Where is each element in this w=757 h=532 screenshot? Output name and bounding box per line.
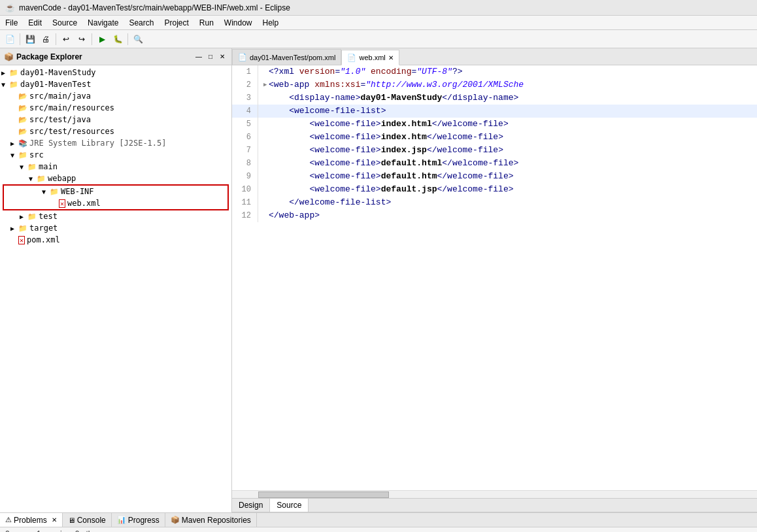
tree-item-src-test-java[interactable]: 📂src/test/java [0,114,231,125]
tree-node-label: src [29,150,44,159]
menu-item-run[interactable]: Run [194,17,219,29]
tree-node-label: src/main/java [29,91,91,101]
panel-close-btn[interactable]: ✕ [217,52,227,62]
problems-tab-icon: 📦 [171,516,180,524]
toolbar-btn-new[interactable]: 📄 [3,32,17,46]
tree-item-src[interactable]: ▼📁src [0,149,231,161]
tree-node-icon: 📁 [9,69,18,77]
title-bar: ☕ mavenCode - day01-MavenTest/src/main/w… [0,0,757,16]
line-content: <welcome-file>default.htm</welcome-file> [269,170,757,183]
tree-item-day01-MavenTest[interactable]: ▼📁day01-MavenTest [0,78,231,90]
line-content: </welcome-file-list> [269,196,757,209]
tree-item-day01-MavenStudy[interactable]: ▶📁day01-MavenStudy [0,67,231,78]
package-explorer-title: 📦 Package Explorer [4,52,82,61]
editor-tabs: 📄day01-MavenTest/pom.xml📄web.xml✕ [232,48,757,65]
app-icon: ☕ [5,3,15,12]
panel-minimize-btn[interactable]: — [193,52,204,62]
tree-item-web.xml[interactable]: ✕web.xml [4,197,227,209]
problems-tabs: ⚠Problems ✕🖥Console📊Progress📦Maven Repos… [0,513,757,527]
menu-item-edit[interactable]: Edit [23,17,47,29]
tab-file-icon: 📄 [238,53,247,61]
tree-node-label: JRE System Library [J2SE-1.5] [29,139,167,148]
menu-item-file[interactable]: File [0,17,23,29]
status-bar: 0 errors, 1 warning, 0 others [0,527,757,532]
toolbar-btn-debug[interactable]: 🐛 [110,32,125,46]
menu-item-help[interactable]: Help [258,17,284,29]
tree-node-label: day01-MavenStudy [20,68,96,77]
bottom-tab-design[interactable]: Design [232,499,270,512]
code-line-3: 3 <display-name>day01-MavenStudy</displa… [232,91,757,105]
bottom-tab-source[interactable]: Source [270,499,309,512]
toolbar-separator-4 [127,33,128,45]
toolbar-btn-print[interactable]: 🖨 [39,32,53,46]
tree-item-src-main-java[interactable]: 📂src/main/java [0,90,231,102]
editor-tab-web-xml[interactable]: 📄web.xml✕ [341,50,399,65]
problems-tab-problems[interactable]: ⚠Problems ✕ [0,513,63,527]
tree-arrow: ▶ [1,69,9,76]
editor-panel: 📄day01-MavenTest/pom.xml📄web.xml✕ 1<?xml… [232,48,757,512]
tree-item-src-test-resources[interactable]: 📂src/test/resources [0,125,231,137]
toolbar-btn-run[interactable]: ▶ [95,32,109,46]
toolbar-separator [20,33,20,45]
toolbar-btn-save[interactable]: 💾 [23,32,37,46]
package-icon: 📦 [4,52,14,61]
tree-arrow: ▼ [29,175,37,182]
toolbar: 📄 💾 🖨 ↩ ↪ ▶ 🐛 🔍 [0,30,757,48]
problems-tab-close[interactable]: ✕ [52,516,57,524]
toolbar-btn-search[interactable]: 🔍 [131,32,145,46]
problems-tab-icon: 🖥 [68,516,75,524]
tree-node-icon: 📁 [18,224,27,233]
line-number: 2 [232,78,258,91]
problems-tab-icon: 📊 [117,516,126,524]
problems-tab-label: Maven Repositories [182,516,251,525]
line-number: 6 [232,131,258,144]
line-number: 3 [232,91,258,105]
menu-item-window[interactable]: Window [219,17,258,29]
tree-item-test[interactable]: ▶📁test [0,210,231,222]
project-tree: ▶📁day01-MavenStudy▼📁day01-MavenTest📂src/… [0,65,231,512]
toolbar-separator-3 [92,33,92,45]
tree-item-webapp[interactable]: ▼📁webapp [0,173,231,184]
panel-maximize-btn[interactable]: □ [205,52,216,62]
scrollbar-thumb[interactable] [258,491,389,498]
tree-node-icon: 📂 [18,92,27,101]
tree-item-src-main-resources[interactable]: 📂src/main/resources [0,102,231,114]
tree-item-jre-system[interactable]: ▶📚JRE System Library [J2SE-1.5] [0,137,231,149]
line-number: 4 [232,105,258,118]
tree-item-pom.xml[interactable]: ✕pom.xml [0,234,231,246]
menu-item-search[interactable]: Search [124,17,159,29]
tree-node-label: webapp [48,174,76,183]
tree-node-icon: 📁 [27,163,37,171]
code-editor[interactable]: 1<?xml version="1.0" encoding="UTF-8"?>2… [232,65,757,490]
tree-node-label: WEB-INF [61,187,94,196]
code-line-12: 12</web-app> [232,209,757,222]
window-title: mavenCode - day01-MavenTest/src/main/web… [19,3,290,12]
tree-node-label: day01-MavenTest [20,80,91,89]
toolbar-btn-undo[interactable]: ↩ [59,32,73,46]
tree-item-main[interactable]: ▼📁main [0,161,231,173]
editor-tab-day01-MavenTest-pom-xml[interactable]: 📄day01-MavenTest/pom.xml [232,49,341,65]
horizontal-scrollbar[interactable] [232,490,757,498]
problems-tab-maven-repositories[interactable]: 📦Maven Repositories [165,513,257,527]
tab-close-btn[interactable]: ✕ [388,54,394,61]
menu-item-project[interactable]: Project [159,17,193,29]
problems-tab-progress[interactable]: 📊Progress [112,513,165,527]
problems-tab-label: Progress [128,516,160,525]
tree-item-WEB-INF[interactable]: ▼📁WEB-INF [4,186,227,197]
tree-item-target[interactable]: ▶📁target [0,222,231,234]
line-number: 12 [232,209,258,222]
tree-node-icon: 📁 [18,151,27,159]
toolbar-btn-redo[interactable]: ↪ [75,32,89,46]
package-explorer-panel: 📦 Package Explorer — □ ✕ ▶📁day01-MavenSt… [0,48,232,512]
code-line-9: 9 <welcome-file>default.htm</welcome-fil… [232,170,757,183]
code-line-5: 5 <welcome-file>index.html</welcome-file… [232,118,757,131]
problems-tab-console[interactable]: 🖥Console [63,513,112,527]
panel-controls: — □ ✕ [193,52,227,62]
design-source-tabs: DesignSource [232,498,757,512]
menu-item-navigate[interactable]: Navigate [82,17,124,29]
tree-arrow: ▼ [42,188,50,195]
tree-arrow: ▶ [20,213,27,220]
tree-node-icon: 📂 [18,127,27,136]
line-content: <welcome-file>default.html</welcome-file… [269,157,757,170]
menu-item-source[interactable]: Source [47,17,82,29]
